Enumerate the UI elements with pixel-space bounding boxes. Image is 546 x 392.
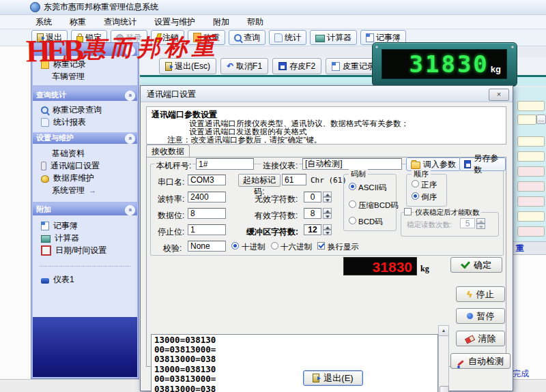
logout-button[interactable]: 注销 (151, 30, 184, 45)
baud-input[interactable] (188, 192, 226, 202)
pause-button[interactable]: 暂停 (456, 308, 505, 324)
com-label: 串口名: (158, 177, 184, 188)
calculator-button[interactable]: 计算器 (310, 30, 357, 45)
menu-help[interactable]: 帮助 (247, 16, 263, 28)
meter-label: 连接仪表: (261, 160, 299, 172)
weigh-exit-button[interactable]: 退出(Esc) (159, 58, 216, 74)
save-tare-f2-button[interactable]: 存皮F2 (272, 58, 321, 74)
stop-button[interactable]: ϟ停止 (456, 286, 505, 302)
exit-icon (313, 374, 319, 382)
sidebar-item-weigh-records[interactable]: 称重记录 (33, 58, 137, 70)
autodetect-button[interactable]: 自动检测 (450, 353, 511, 369)
dialog-exit-button[interactable]: 退出(E) (303, 370, 363, 386)
buffer-chars-label: 缓冲区字符数: (246, 226, 298, 238)
com-input[interactable] (188, 175, 226, 185)
sidebar-item-datetime-settings[interactable]: 日期/时间设置 (33, 244, 137, 256)
collapse-icon[interactable]: « (125, 205, 135, 215)
ok-button[interactable]: 确定 (450, 257, 502, 273)
radio-hex[interactable] (271, 242, 278, 250)
code-system-groupbox: 码制 ASCII码 压缩BCD码 BCD码 (343, 174, 397, 231)
stats-button[interactable]: 统计 (269, 30, 306, 45)
dialog-titlebar[interactable]: 通讯端口设置 × (141, 86, 513, 102)
sidebar-item-system-management[interactable]: 系统管理→ (33, 184, 137, 196)
meter-input[interactable] (302, 158, 402, 170)
menu-settings-maintenance[interactable]: 设置与维护 (154, 16, 195, 28)
radio-decimal[interactable] (231, 242, 239, 250)
ellipsis-button[interactable]: ⋯ (536, 115, 546, 124)
save-params-button[interactable]: 另存参数 (459, 157, 506, 171)
tab-receive-data[interactable]: 接收数据 (146, 145, 190, 158)
log-scrollbar[interactable]: ▲ ▼ (438, 325, 449, 392)
radio-bcd-label[interactable]: BCD码 (358, 217, 383, 227)
floppy-icon (464, 160, 471, 168)
sidebar-item-notepad[interactable]: 记事簿 (33, 220, 137, 232)
radio-packed-bcd[interactable] (349, 200, 356, 208)
sidebar-item-vehicle-management[interactable]: 车辆管理 (33, 70, 137, 82)
menu-query-stats[interactable]: 查询统计 (104, 16, 136, 28)
sidebar-item-comm-port-settings[interactable]: 通讯端口设置 (33, 160, 137, 172)
collapse-icon[interactable]: « (125, 91, 135, 101)
collapse-icon[interactable]: « (125, 134, 135, 144)
sidebar-item-calculator[interactable]: 计算器 (33, 232, 137, 244)
radio-ascii-label[interactable]: ASCII码 (358, 183, 387, 193)
invalid-chars-stepper[interactable] (323, 192, 332, 202)
arrow-right-icon: → (89, 186, 96, 194)
calendar-icon (41, 245, 51, 256)
collapse-icon[interactable]: « (125, 46, 135, 56)
sidebar-item-weigh-record-query[interactable]: 称重记录查询 (33, 104, 137, 116)
menu-weigh[interactable]: 称重 (70, 16, 86, 28)
invalid-chars-input[interactable] (304, 192, 321, 202)
lightning-icon: ϟ (468, 290, 472, 298)
stopbits-input[interactable] (188, 224, 226, 235)
buffer-chars-stepper[interactable] (323, 224, 332, 235)
databits-label: 数据位: (158, 210, 184, 222)
checkbox-stable-label[interactable]: 仪表稳定后才能取数 (414, 208, 481, 217)
radio-decimal-label[interactable]: 十进制 (242, 242, 265, 252)
sidebar-item-meter1[interactable]: 仪表1 (33, 273, 137, 286)
cancel-f1-button[interactable]: ↶取消F1 (220, 58, 268, 74)
database-icon (41, 175, 49, 183)
sidebar-section-weigh-header[interactable]: « (33, 44, 137, 56)
sidebar-section-settings-header[interactable]: 设置与维护 « (33, 132, 137, 144)
radio-ascii[interactable] (349, 183, 356, 190)
status-done-fragment: 完成 (513, 368, 529, 380)
valid-chars-input[interactable] (304, 208, 321, 219)
background-form-edge: ⋯ 重 (512, 45, 546, 379)
weigh-button[interactable]: 称重 (188, 30, 225, 45)
scale-no-input[interactable] (196, 158, 254, 170)
radio-forward[interactable] (412, 180, 419, 187)
close-icon[interactable]: × (489, 89, 509, 101)
checkbox-stable[interactable] (404, 208, 412, 215)
buffer-chars-input[interactable] (304, 224, 321, 235)
checkbox-wrap-label[interactable]: 换行显示 (328, 242, 359, 252)
menu-extras[interactable]: 附加 (213, 16, 229, 28)
stable-count-label: 稳定读数次数: (407, 220, 452, 230)
parity-input[interactable] (188, 241, 226, 252)
sidebar-item-basic-data[interactable]: 基础资料 (33, 147, 137, 160)
clear-button[interactable]: 清除 (456, 331, 505, 346)
menu-system[interactable]: 系统 (35, 16, 52, 28)
folder-icon (411, 162, 420, 169)
sidebar-item-stats-report[interactable]: 统计报表 (33, 116, 137, 128)
startmark-tag[interactable]: 起始标记码: (238, 174, 281, 187)
radio-hex-label[interactable]: 十六进制 (281, 242, 312, 252)
scrollbar-thumb[interactable] (440, 386, 449, 392)
query-button[interactable]: 查询 (229, 30, 265, 45)
checkbox-wrap-display[interactable] (317, 242, 325, 250)
scroll-up-icon[interactable]: ▲ (439, 326, 448, 336)
radio-forward-label[interactable]: 正序 (421, 180, 437, 190)
serial-log[interactable]: 13000=038130 00=03813000= 03813000=038 1… (151, 334, 438, 392)
radio-packed-bcd-label[interactable]: 压缩BCD码 (358, 200, 399, 211)
detect-icon (457, 360, 464, 366)
radio-reverse-label[interactable]: 倒序 (421, 192, 437, 202)
radio-bcd[interactable] (349, 217, 356, 224)
stopbits-label: 停止位: (158, 226, 184, 238)
sidebar-section-query-header[interactable]: 查询统计 « (33, 89, 137, 101)
databits-input[interactable] (188, 208, 226, 219)
sidebar-item-database-maintenance[interactable]: 数据库维护 (33, 172, 137, 184)
sidebar-section-extras-header[interactable]: 附加 « (33, 204, 137, 215)
radio-reverse[interactable] (412, 192, 419, 200)
screw-icon (511, 46, 514, 48)
startmark-input[interactable] (282, 174, 306, 185)
valid-chars-stepper[interactable] (323, 208, 332, 219)
